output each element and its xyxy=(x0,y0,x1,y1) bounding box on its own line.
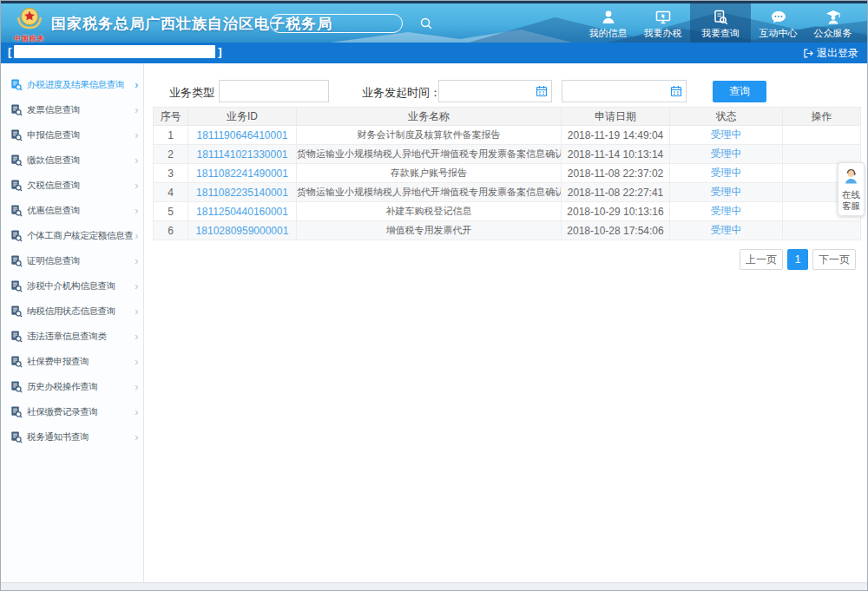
window-bottom-strip xyxy=(1,582,867,590)
chevron-right-icon: › xyxy=(135,431,138,443)
taxpayer-name-area: [ ] xyxy=(8,45,222,58)
sidebar-item[interactable]: 个体工商户核定定额信息查询 › xyxy=(1,223,143,248)
chevron-right-icon: › xyxy=(135,305,138,318)
sidebar-item[interactable]: 社保缴费记录查询 › xyxy=(1,399,143,424)
cell-seq: 3 xyxy=(154,164,188,183)
table-row: 4 1811082235140001 货物运输业小规模纳税人异地代开增值税专用发… xyxy=(154,183,861,202)
header-search-input[interactable] xyxy=(271,16,419,31)
certificate-query-icon xyxy=(10,254,23,267)
nav-item[interactable]: 公众服务 xyxy=(806,3,860,43)
cell-apply-date: 2018-11-19 14:49:04 xyxy=(562,126,670,145)
search-icon[interactable] xyxy=(419,16,433,30)
column-header: 序号 xyxy=(154,108,188,126)
service-label-line2: 客服 xyxy=(840,200,862,212)
chevron-right-icon: › xyxy=(135,154,138,167)
calendar-icon[interactable] xyxy=(536,85,548,97)
user-bar: [ ] 退出登录 xyxy=(1,43,867,63)
logout-button[interactable]: 退出登录 xyxy=(802,46,858,61)
sidebar-item[interactable]: 税务通知书查询 › xyxy=(1,424,143,450)
online-service-widget[interactable]: 在线 客服 xyxy=(838,162,865,216)
cell-action xyxy=(783,126,861,145)
sidebar-item[interactable]: 涉税中介机构信息查询 › xyxy=(1,273,143,299)
chevron-right-icon: › xyxy=(135,356,138,368)
cell-business-id[interactable]: 1811082235140001 xyxy=(188,183,297,202)
cell-seq: 4 xyxy=(154,183,188,202)
tax-notice-query-icon xyxy=(10,430,23,443)
payment-query-icon xyxy=(10,154,23,167)
sidebar-item[interactable]: 欠税信息查询 › xyxy=(1,173,143,198)
sidebar-item[interactable]: 优惠信息查询 › xyxy=(1,198,143,223)
cell-apply-date: 2018-10-29 10:13:16 xyxy=(562,202,670,221)
national-tax-emblem-icon xyxy=(14,6,45,32)
cell-status[interactable]: 受理中 xyxy=(670,145,783,164)
cell-status[interactable]: 受理中 xyxy=(670,221,783,240)
cell-business-name: 增值税专用发票代开 xyxy=(297,221,562,240)
arrears-query-icon xyxy=(10,179,23,192)
sidebar-item[interactable]: 申报信息查询 › xyxy=(1,122,143,148)
sidebar-item[interactable]: 办税进度及结果信息查询 › xyxy=(1,72,143,97)
cell-business-name: 货物运输业小规模纳税人异地代开增值税专用发票备案信息确认 xyxy=(297,145,562,164)
column-header: 操作 xyxy=(783,108,861,126)
current-page-button[interactable]: 1 xyxy=(787,249,808,270)
cell-business-id[interactable]: 1811082241490001 xyxy=(188,164,297,183)
next-page-button[interactable]: 下一页 xyxy=(812,249,856,270)
sidebar-item[interactable]: 发票信息查询 › xyxy=(1,97,143,122)
cell-status[interactable]: 受理中 xyxy=(670,183,783,202)
cell-apply-date: 2018-11-14 10:13:14 xyxy=(562,145,670,164)
column-header: 状态 xyxy=(670,108,783,126)
main-area: 办税进度及结果信息查询 › 发票信息查询 › 申报信息查询 › xyxy=(1,63,867,582)
cell-business-id[interactable]: 1811190646410001 xyxy=(188,126,297,145)
cell-business-id[interactable]: 1811141021330001 xyxy=(188,145,297,164)
cell-business-name: 财务会计制度及核算软件备案报告 xyxy=(297,126,562,145)
sidebar-item[interactable]: 纳税信用状态信息查询 › xyxy=(1,299,143,324)
calendar-icon[interactable] xyxy=(670,85,682,97)
sidebar-item[interactable]: 证明信息查询 › xyxy=(1,248,143,273)
table-row: 1 1811190646410001 财务会计制度及核算软件备案报告 2018-… xyxy=(154,126,861,145)
time-to-input[interactable] xyxy=(562,80,687,102)
pagination: 上一页 1 下一页 xyxy=(740,249,856,270)
column-header: 业务ID xyxy=(188,108,297,126)
social-declare-query-icon xyxy=(10,355,23,368)
column-header: 申请日期 xyxy=(562,108,670,126)
cell-business-id[interactable]: 1811250440160001 xyxy=(188,202,297,221)
sidebar-item[interactable]: 历史办税操作查询 › xyxy=(1,374,143,399)
query-button[interactable]: 查询 xyxy=(713,81,766,102)
cell-status[interactable]: 受理中 xyxy=(670,126,783,145)
nav-item[interactable]: 互动中心 xyxy=(751,3,806,43)
business-type-input[interactable] xyxy=(219,80,329,102)
credit-status-query-icon xyxy=(10,305,23,318)
invoice-query-icon xyxy=(10,103,23,116)
table-row: 6 1810280959000001 增值税专用发票代开 2018-10-28 … xyxy=(154,221,861,240)
sidebar-item[interactable]: 缴款信息查询 › xyxy=(1,148,143,173)
nav-item[interactable]: 我的信息 xyxy=(581,3,635,43)
cell-status[interactable]: 受理中 xyxy=(670,202,783,221)
logout-label: 退出登录 xyxy=(817,46,858,61)
nav-item[interactable]: 我要办税 xyxy=(635,3,690,43)
chevron-right-icon: › xyxy=(135,255,138,267)
chevron-right-icon: › xyxy=(135,331,138,343)
cell-business-name: 货物运输业小规模纳税人异地代开增值税专用发票备案信息确认 xyxy=(297,183,562,202)
social-record-query-icon xyxy=(10,405,23,418)
sidebar-item[interactable]: 社保费申报查询 › xyxy=(1,349,143,374)
cell-status[interactable]: 受理中 xyxy=(670,164,783,183)
chevron-right-icon: › xyxy=(135,406,138,418)
nav-item[interactable]: 我要查询 xyxy=(690,3,751,43)
history-query-icon xyxy=(10,380,23,393)
preference-query-icon xyxy=(10,204,23,217)
tax-progress-query-icon xyxy=(10,78,23,91)
cell-business-name: 存款账户账号报告 xyxy=(297,164,562,183)
cell-seq: 2 xyxy=(154,145,188,164)
sidebar-item[interactable]: 违法违章信息查询类 › xyxy=(1,324,143,349)
taxpayer-name-box xyxy=(14,45,215,58)
electronic-tax-bureau-window: 中国税务 国家税务总局广西壮族自治区电子税务局 我的信息 我要办税 xyxy=(0,0,868,591)
cell-business-id[interactable]: 1810280959000001 xyxy=(188,221,297,240)
cell-business-name: 补建车购税登记信息 xyxy=(297,202,562,221)
business-type-label: 业务类型： xyxy=(169,85,226,101)
table-row: 3 1811082241490001 存款账户账号报告 2018-11-08 2… xyxy=(154,164,861,183)
logo-caption: 中国税务 xyxy=(10,34,49,43)
cell-apply-date: 2018-11-08 22:27:41 xyxy=(562,183,670,202)
intermediary-query-icon xyxy=(10,279,23,292)
logout-icon xyxy=(802,48,813,59)
prev-page-button[interactable]: 上一页 xyxy=(740,249,783,270)
content-panel: 业务类型： 业务发起时间： 查询 xyxy=(145,63,867,582)
